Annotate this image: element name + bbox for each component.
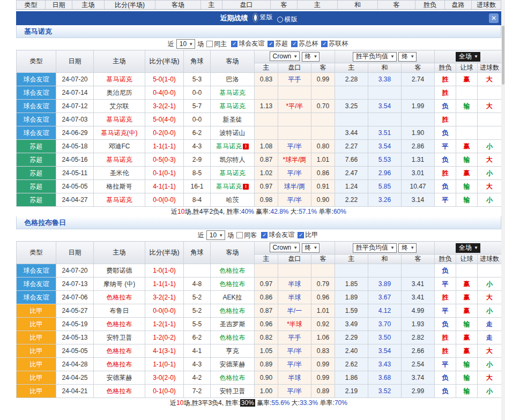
handicap-result: 输 (456, 318, 478, 331)
bookmaker-select[interactable]: Crown▼ (270, 243, 300, 252)
away-team[interactable]: 哈茨 (211, 193, 255, 207)
close-button[interactable]: ✕ (489, 13, 499, 23)
league-checkbox[interactable]: 苏联杯 (321, 39, 348, 48)
away-team[interactable]: 色格拉布 (211, 278, 255, 291)
home-team[interactable]: 艾尔联 (94, 100, 145, 113)
away-team[interactable]: AEK拉 (211, 291, 255, 304)
corners: 4-1 (184, 344, 211, 358)
home-team[interactable]: 奥治尼历 (94, 86, 145, 100)
avg-draw: 3.89 (368, 278, 402, 291)
match-date: 24-04-27 (56, 193, 94, 207)
score: 5-0(4-0) (145, 113, 184, 126)
home-team[interactable]: 安德莱赫 (94, 371, 145, 385)
match-row: 比甲24-04-25安德莱赫3-0(2-0)4-2色格拉布0.90半球0.991… (17, 371, 502, 385)
away-team[interactable]: 色格拉布 (211, 331, 255, 344)
home-team[interactable]: 色格拉布 (94, 291, 145, 304)
filter-near-label: 近 (168, 40, 174, 49)
score: 3-2(2-1) (145, 100, 184, 113)
summary-segment: 55.6% (271, 399, 289, 407)
popup-title: 近期战绩 (220, 13, 248, 23)
home-team[interactable]: 布鲁日 (94, 304, 145, 318)
corners: 4-8 (184, 278, 211, 291)
home-team[interactable]: 基马诺克 (94, 193, 145, 207)
scrollbar[interactable] (501, 0, 505, 420)
home-team[interactable]: 邓迪FC (94, 140, 145, 153)
view-option[interactable]: 横版 (277, 15, 298, 24)
match-row: 球会友谊24-07-06色格拉布3-2(2-1)5-2AEK拉0.86半球0.9… (17, 291, 502, 304)
checkbox-icon (206, 41, 213, 47)
home-team[interactable]: 摩纳哥 (中) (94, 278, 145, 291)
avg-away: 1.99 (402, 100, 435, 113)
match-count-select[interactable]: 10▼ (206, 230, 225, 240)
avg-time-select[interactable]: 终▼ (398, 243, 417, 253)
home-team[interactable]: 费耶诺德 (94, 264, 145, 278)
bookmaker-select[interactable]: Crown▼ (270, 51, 300, 61)
away-team[interactable]: 新圣徒 (211, 113, 255, 126)
away-team[interactable]: 安特卫普 (211, 385, 255, 398)
home-team[interactable]: 格拉斯哥 (94, 180, 145, 193)
away-team[interactable]: 基马诺克! (211, 180, 255, 193)
same-venue-checkbox[interactable]: 同主 (206, 40, 227, 49)
summary-segment: 单率: (317, 207, 333, 216)
home-team[interactable]: 基马诺克(中) (94, 126, 145, 140)
odds-away: 0.79 (311, 278, 335, 291)
goals-result: 小 (478, 167, 502, 180)
radio-icon (252, 13, 258, 22)
away-team[interactable]: 安德莱赫 (211, 358, 255, 371)
away-team[interactable]: 基马诺克 (211, 86, 255, 100)
league-checkbox[interactable]: 比甲 (298, 230, 318, 239)
scrollbar-thumb[interactable] (502, 26, 504, 85)
home-team[interactable]: 色格拉布 (94, 344, 145, 358)
handicap-result: 输 (456, 371, 478, 385)
col-home: 主场 (94, 242, 145, 264)
view-option[interactable]: 竖版 (252, 13, 273, 22)
avg-away (402, 113, 435, 126)
home-team[interactable]: 圣米伦 (94, 167, 145, 180)
avg-home: 2.29 (335, 331, 368, 344)
select-value: 全场 (459, 243, 472, 252)
away-team[interactable]: 波特诺山 (211, 126, 255, 140)
away-team[interactable]: 色格拉布 (211, 371, 255, 385)
away-team[interactable]: 基马诺克! (211, 140, 255, 153)
scope-select[interactable]: 全场▼ (456, 243, 480, 253)
home-team[interactable]: 基马诺克 (94, 153, 145, 167)
league-checkbox[interactable]: 球会友谊 (261, 230, 294, 239)
odds-time-select[interactable]: 终▼ (302, 52, 320, 62)
odds-time-select[interactable]: 终▼ (302, 243, 320, 253)
league-checkbox[interactable]: 苏超 (268, 39, 288, 48)
away-team[interactable]: 亨克 (211, 344, 255, 358)
corners: 8-5 (184, 167, 211, 180)
record-summary: 近10场,胜4平2负4, 胜率:40% 赢率:42.8% 大:57.1% 单率:… (16, 207, 501, 216)
handicap-result: 赢 (456, 291, 478, 304)
home-team[interactable]: 色格拉布 (94, 318, 145, 331)
avg-time-select[interactable]: 终▼ (398, 52, 417, 62)
match-count-select[interactable]: 10▼ (176, 39, 195, 49)
home-team[interactable]: 基马诺克 (94, 113, 145, 126)
away-team[interactable]: 基马诺克 (211, 100, 255, 113)
away-team[interactable]: 色格拉布 (211, 264, 255, 278)
avg-odds-select[interactable]: 胜平负均值▼ (353, 52, 397, 62)
home-team[interactable]: 基马诺克 (94, 73, 145, 86)
home-team[interactable]: 安特卫普 (94, 331, 145, 344)
away-team[interactable]: 凯尔特人 (211, 153, 255, 167)
league-checkbox[interactable]: 苏总杯 (291, 39, 318, 48)
home-team[interactable]: 色格拉布 (94, 385, 145, 398)
match-row: 苏超24-05-11圣米伦0-1(0-1)8-5基马诺克1.02平/半0.862… (17, 167, 502, 180)
top-table-header-strip: 类型日期主场比分(半场)客场主盘口客主和客胜负盘路进球数 (16, 0, 501, 10)
match-type: 球会友谊 (17, 264, 56, 278)
away-team[interactable]: 巴洛 (211, 73, 255, 86)
same-venue-checkbox[interactable]: 同客 (236, 231, 257, 240)
away-team[interactable]: 基马诺克 (211, 167, 255, 180)
scope-select[interactable]: 全场▼ (456, 52, 480, 62)
league-checkbox[interactable]: 球会友谊 (231, 39, 264, 48)
home-team[interactable]: 色格拉布 (94, 358, 145, 371)
handicap: 平/半 (278, 140, 311, 153)
summary-segment: 场,胜4平2负4, 胜率: (184, 207, 241, 216)
away-team[interactable]: 色格拉布 (211, 304, 255, 318)
avg-draw (368, 113, 402, 126)
avg-odds-select[interactable]: 胜平负均值▼ (353, 243, 397, 253)
result: 负 (435, 385, 456, 398)
result: 胜 (435, 331, 456, 344)
odds-home: 1.08 (255, 140, 278, 153)
away-team[interactable]: 圣吉罗斯 (211, 318, 255, 331)
